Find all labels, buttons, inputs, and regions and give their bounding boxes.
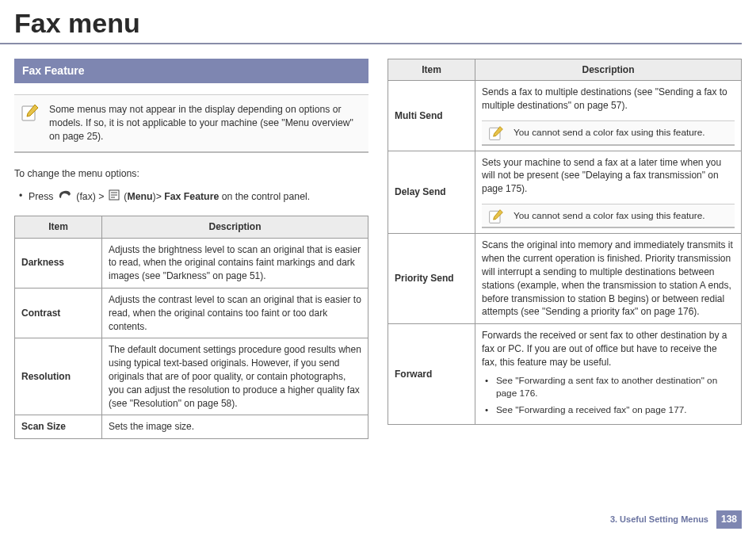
left-column: Fax Feature Some menus may not appear in… [14, 59, 368, 440]
instruction-intro: To change the menu options: [14, 167, 368, 181]
page-number: 138 [716, 510, 742, 529]
pencil-note-icon [488, 208, 504, 224]
table-row: Priority Send Scans the original into me… [388, 234, 742, 324]
press-prefix: Press [29, 190, 56, 201]
right-column: Item Description Multi Send Sends a fax … [388, 59, 742, 440]
table-header-item: Item [388, 59, 475, 81]
desc-cell: Adjusts the brightness level to scan an … [102, 238, 368, 288]
press-fax-label: (fax) > [76, 190, 107, 201]
table-row: Darkness Adjusts the brightness level to… [15, 238, 368, 288]
table-row: Multi Send Sends a fax to multiple desti… [388, 81, 742, 151]
press-line: Press (fax) > (Menu)> Fax Feature on the… [19, 189, 368, 204]
note-no-color-fax: You cannot send a color fax using this f… [482, 120, 735, 146]
item-cell: Scan Size [15, 415, 102, 439]
press-feature-bold: Fax Feature [164, 190, 219, 201]
section-heading-fax-feature: Fax Feature [14, 59, 368, 84]
list-item: See "Forwarding a sent fax to another de… [493, 374, 735, 400]
desc-cell: Scans the original into memory and immed… [475, 234, 742, 324]
table-row: Forward Forwards the received or sent fa… [388, 324, 742, 425]
press-suffix: on the control panel. [219, 190, 310, 201]
desc-cell: Forwards the received or sent fax to oth… [475, 324, 742, 425]
desc-cell: Adjusts the contrast level to scan an or… [102, 289, 368, 338]
item-cell: Contrast [15, 289, 102, 338]
table-row: Contrast Adjusts the contrast level to s… [15, 289, 368, 338]
fax-handset-icon [58, 189, 72, 204]
note-text: You cannot send a color fax using this f… [514, 127, 705, 138]
page-footer: 3. Useful Setting Menus 138 [610, 510, 742, 529]
desc-text: Sets your machine to send a fax at a lat… [482, 157, 721, 195]
desc-cell: Sets the image size. [102, 415, 368, 439]
note-text: Some menus may not appear in the display… [49, 104, 353, 142]
item-cell: Darkness [15, 238, 102, 288]
page-title: Fax menu [0, 2, 742, 44]
table-header-item: Item [15, 216, 102, 238]
table-header-desc: Description [102, 216, 368, 238]
desc-cell: The default document settings procedure … [102, 338, 368, 415]
desc-cell: Sets your machine to send a fax at a lat… [475, 151, 742, 234]
content-columns: Fax Feature Some menus may not appear in… [0, 44, 756, 440]
see-list: See "Forwarding a sent fax to another de… [482, 374, 735, 417]
menu-doc-icon [109, 189, 120, 204]
pencil-note-icon [21, 103, 40, 122]
list-item: See "Forwarding a received fax" on page … [493, 403, 735, 417]
item-cell: Forward [388, 324, 475, 425]
press-menu-close: )> [153, 190, 165, 201]
chapter-label: 3. Useful Setting Menus [610, 514, 708, 525]
table-row: Resolution The default document settings… [15, 338, 368, 415]
note-no-color-fax: You cannot send a color fax using this f… [482, 204, 735, 229]
item-cell: Priority Send [388, 234, 475, 324]
item-cell: Multi Send [388, 81, 475, 151]
item-cell: Resolution [15, 338, 102, 415]
desc-cell: Sends a fax to multiple destinations (se… [475, 81, 742, 151]
press-menu-bold: Menu [127, 190, 152, 201]
desc-text: Sends a fax to multiple destinations (se… [482, 86, 727, 111]
desc-text: Forwards the received or sent fax to oth… [482, 330, 727, 368]
note-menu-availability: Some menus may not appear in the display… [14, 94, 368, 153]
table-header-desc: Description [475, 59, 742, 81]
item-cell: Delay Send [388, 151, 475, 234]
table-row: Scan Size Sets the image size. [15, 415, 368, 439]
note-text: You cannot send a color fax using this f… [514, 210, 705, 221]
table-row: Delay Send Sets your machine to send a f… [388, 151, 742, 234]
table-right: Item Description Multi Send Sends a fax … [388, 59, 742, 426]
pencil-note-icon [488, 125, 504, 141]
table-left: Item Description Darkness Adjusts the br… [14, 216, 368, 439]
